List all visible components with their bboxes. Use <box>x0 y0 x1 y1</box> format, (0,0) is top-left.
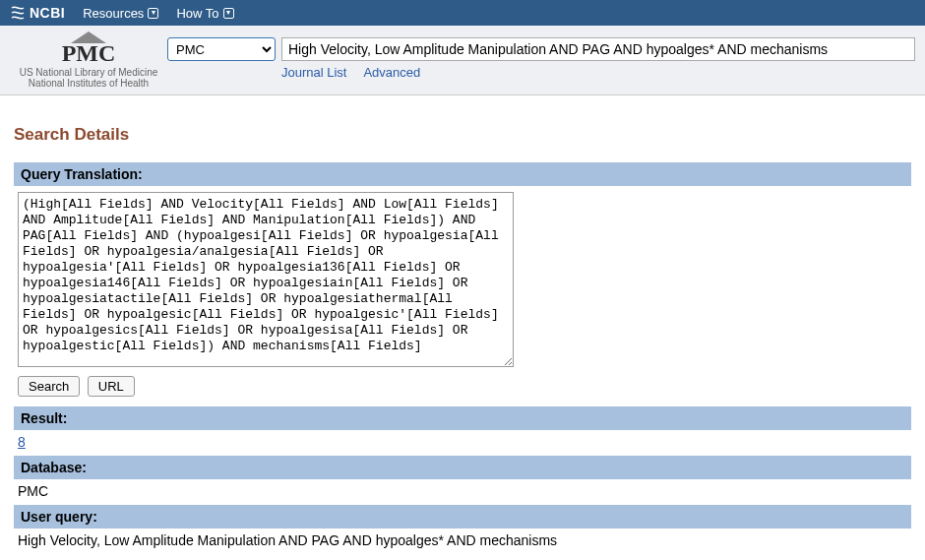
pmc-logo-block[interactable]: PMC US National Library of Medicine Nati… <box>10 31 167 89</box>
journal-list-link[interactable]: Journal List <box>281 65 346 80</box>
user-query-header: User query: <box>14 505 911 529</box>
ncbi-swirl-icon <box>10 5 26 21</box>
pmc-subtitle-2: National Institutes of Health <box>10 78 167 89</box>
query-translation-body: (High[All Fields] AND Velocity[All Field… <box>14 186 911 406</box>
top-nav: NCBI Resources ▾ How To ▾ <box>0 0 925 26</box>
search-row: PMC <box>167 37 915 61</box>
result-count-link[interactable]: 8 <box>18 434 26 450</box>
ncbi-brand-text: NCBI <box>30 5 65 21</box>
nav-howto-label: How To <box>176 6 218 21</box>
query-buttons-row: Search URL <box>18 376 907 397</box>
result-header: Result: <box>14 406 911 430</box>
nav-resources[interactable]: Resources ▾ <box>83 6 158 21</box>
pmc-subtitle-1: US National Library of Medicine <box>10 67 167 78</box>
search-input[interactable] <box>281 37 915 61</box>
header-bar: PMC US National Library of Medicine Nati… <box>0 26 925 95</box>
query-translation-textarea[interactable]: (High[All Fields] AND Velocity[All Field… <box>18 192 514 367</box>
page-title: Search Details <box>14 125 911 145</box>
url-button[interactable]: URL <box>88 376 135 397</box>
nav-resources-label: Resources <box>83 6 144 21</box>
chevron-down-icon: ▾ <box>148 8 158 19</box>
database-value: PMC <box>14 479 911 505</box>
database-select[interactable]: PMC <box>167 37 276 61</box>
chevron-down-icon: ▾ <box>223 8 234 19</box>
query-translation-header: Query Translation: <box>14 162 911 186</box>
search-button[interactable]: Search <box>18 376 80 397</box>
nav-howto[interactable]: How To ▾ <box>176 6 233 21</box>
advanced-link[interactable]: Advanced <box>363 65 420 80</box>
database-header: Database: <box>14 456 911 479</box>
result-value-row: 8 <box>14 430 911 456</box>
pmc-logo-label: PMC <box>10 41 167 65</box>
user-query-value: High Velocity, Low Amplitude Manipulatio… <box>14 529 911 554</box>
ncbi-logo[interactable]: NCBI <box>10 5 65 21</box>
search-block: PMC Journal List Advanced <box>167 31 915 80</box>
content: Search Details Query Translation: (High[… <box>0 95 925 554</box>
search-sublinks: Journal List Advanced <box>281 65 915 80</box>
